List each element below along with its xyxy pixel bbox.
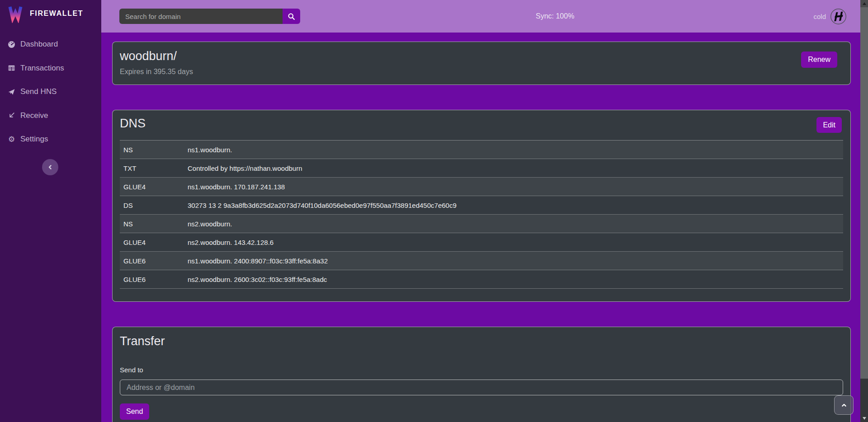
search-icon [288,13,295,20]
firewallet-logo-icon [6,4,24,23]
gear-icon: ⚙ [8,136,15,143]
scrollbar-down-arrow-icon[interactable] [863,417,866,420]
dns-record-type: TXT [123,164,188,172]
dns-title: DNS [120,116,843,131]
dns-record-row: TXT Controlled by https://nathan.woodbur… [120,159,843,178]
dns-record-type: NS [123,220,188,228]
sidebar-item-label: Settings [20,135,48,144]
transfer-address-input[interactable] [120,380,843,395]
sidebar: FIREWALLET Dashboard Transactions Send H… [0,0,101,422]
wallet-name: cold [813,13,826,20]
domain-search [119,9,300,24]
brand: FIREWALLET [0,0,101,27]
dns-record-row: NS ns2.woodburn. [120,215,843,233]
dns-record-type: GLUE6 [123,257,188,265]
sidebar-item-settings[interactable]: ⚙ Settings [0,127,101,151]
transfer-title: Transfer [120,333,843,349]
search-input[interactable] [119,9,283,24]
sidebar-item-dashboard[interactable]: Dashboard [0,33,101,56]
dns-card: DNS Edit NS ns1.woodburn. TXT Controlled… [112,110,851,302]
top-bar: Sync: 100% cold [101,0,860,33]
scrollbar-track-bottom[interactable] [860,379,868,422]
scroll-to-top-button[interactable] [834,395,854,415]
dns-record-value: ns1.woodburn. 2400:8907::f03c:93ff:fe5a:… [188,257,840,265]
app-title: FIREWALLET [30,9,83,18]
wallet-info[interactable]: cold [813,0,847,33]
chevron-left-icon [47,164,54,171]
dns-record-value: ns1.woodburn. 170.187.241.138 [188,183,840,191]
send-icon [8,88,15,96]
domain-title: woodburn/ [120,48,843,64]
dns-record-value: ns1.woodburn. [188,146,840,154]
dns-record-type: NS [123,146,188,154]
search-button[interactable] [283,9,300,24]
page-scrollbar[interactable] [860,0,868,422]
dns-record-row: NS ns1.woodburn. [120,141,843,159]
domain-expiry: Expires in 395.35 days [120,68,843,76]
sidebar-nav: Dashboard Transactions Send HNS Receive … [0,33,101,151]
sidebar-item-label: Dashboard [20,40,58,49]
sidebar-item-transactions[interactable]: Transactions [0,56,101,80]
sidebar-item-label: Transactions [20,64,64,73]
dns-record-type: GLUE4 [123,183,188,191]
table-icon [8,64,15,72]
dns-record-type: DS [123,202,188,209]
renew-button[interactable]: Renew [801,52,837,68]
dns-record-row: GLUE4 ns1.woodburn. 170.187.241.138 [120,178,843,196]
gauge-icon [8,41,15,48]
dns-record-value: ns2.woodburn. 2600:3c02::f03c:93ff:fe5a:… [188,276,840,283]
dns-records-table: NS ns1.woodburn. TXT Controlled by https… [120,140,843,289]
transfer-card: Transfer Send to Send [112,327,851,422]
receive-icon [8,112,15,119]
sidebar-item-label: Receive [20,111,48,120]
dns-record-type: GLUE4 [123,239,188,246]
send-to-label: Send to [120,366,843,374]
scrollbar-up-arrow-icon[interactable] [863,2,866,5]
chevron-up-icon [840,402,848,409]
sidebar-item-send-hns[interactable]: Send HNS [0,80,101,104]
dns-record-row: GLUE6 ns1.woodburn. 2400:8907::f03c:93ff… [120,252,843,270]
dns-record-row: GLUE6 ns2.woodburn. 2600:3c02::f03c:93ff… [120,270,843,289]
dns-record-type: GLUE6 [123,276,188,283]
domain-card: woodburn/ Expires in 395.35 days Renew [112,42,851,85]
dns-record-value: 30273 13 2 9a3a8fb3d625d2a2073d740f10da6… [188,202,840,209]
dns-record-row: GLUE4 ns2.woodburn. 143.42.128.6 [120,233,843,252]
sidebar-collapse-button[interactable] [42,159,58,175]
dns-record-value: ns2.woodburn. 143.42.128.6 [188,239,840,246]
dns-record-value: Controlled by https://nathan.woodburn [188,164,840,172]
dns-record-row: DS 30273 13 2 9a3a8fb3d625d2a2073d740f10… [120,196,843,215]
sync-status: Sync: 100% [536,0,574,33]
dns-record-value: ns2.woodburn. [188,220,840,228]
sidebar-item-label: Send HNS [20,87,57,96]
send-button[interactable]: Send [120,403,149,420]
handshake-logo-icon [830,8,847,25]
scrollbar-thumb[interactable] [860,7,868,379]
edit-dns-button[interactable]: Edit [816,117,842,133]
sidebar-item-receive[interactable]: Receive [0,104,101,128]
